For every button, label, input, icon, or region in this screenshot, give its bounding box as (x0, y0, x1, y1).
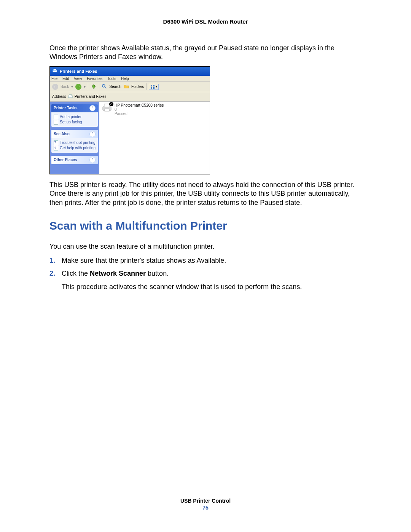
svg-rect-11 (104, 104, 110, 107)
address-value[interactable]: Printers and Faxes (75, 94, 107, 99)
toolbar: ← Back ▾ → ▾ Search Folders (50, 82, 210, 92)
svg-rect-7 (153, 87, 155, 89)
help-icon: ? (54, 141, 58, 145)
steps-list: Make sure that the printer's status show… (49, 256, 362, 291)
panel-header-other-places[interactable]: Other Places ˅ (51, 156, 98, 164)
sidebar: Printer Tasks ˄ Add a printer Set up fax… (50, 102, 99, 174)
menu-tools[interactable]: Tools (107, 77, 116, 81)
page-header-title: D6300 WiFi DSL Modem Router (49, 18, 362, 25)
svg-rect-1 (54, 69, 56, 70)
printer-item-text: HP Photosmart C5200 series 0 Paused (115, 103, 164, 116)
folders-icon[interactable] (124, 84, 129, 90)
printers-list-area: ✓ HP Photosmart C5200 series 0 Paused (99, 102, 210, 174)
window-content: Printer Tasks ˄ Add a printer Set up fax… (50, 102, 210, 174)
menu-help[interactable]: Help (121, 77, 129, 81)
printer-status: Paused (115, 112, 164, 116)
menu-edit[interactable]: Edit (62, 77, 69, 81)
paragraph-scan-intro: You can use the scan feature of a multif… (49, 242, 362, 251)
help-icon: ? (54, 146, 58, 150)
address-folder-icon (68, 94, 73, 99)
menu-file[interactable]: File (51, 77, 57, 81)
link-label: Troubleshoot printing (60, 141, 96, 145)
step-1: Make sure that the printer's status show… (49, 256, 362, 265)
panel-title: Printer Tasks (54, 106, 78, 110)
fax-icon (54, 120, 58, 125)
chevron-up-icon[interactable]: ˄ (89, 105, 96, 111)
toolbar-separator (88, 83, 88, 90)
svg-rect-9 (69, 94, 72, 96)
forward-icon[interactable]: → (75, 84, 81, 90)
svg-rect-5 (153, 85, 155, 86)
step-text-pre: Click the (62, 270, 90, 277)
toolbar-separator (99, 83, 99, 90)
toolbar-separator (146, 83, 147, 90)
footer-section-name: USB Printer Control (0, 498, 411, 504)
svg-point-2 (102, 85, 105, 87)
step-text-post: button. (146, 270, 169, 277)
chevron-up-icon[interactable]: ˄ (89, 131, 96, 137)
document-page: D6300 WiFi DSL Modem Router Once the pri… (0, 0, 411, 532)
printer-list-item[interactable]: ✓ HP Photosmart C5200 series 0 Paused (102, 103, 207, 116)
folders-button-label[interactable]: Folders (131, 85, 144, 89)
section-heading: Scan with a Multifunction Printer (49, 219, 362, 232)
task-label: Add a printer (60, 115, 81, 119)
printer-icon: ✓ (102, 103, 112, 112)
search-icon[interactable] (102, 84, 107, 90)
printer-name: HP Photosmart C5200 series (115, 103, 164, 107)
back-icon[interactable]: ← (52, 84, 58, 90)
panel-body: Add a printer Set up faxing (51, 112, 98, 127)
svg-line-3 (105, 87, 106, 88)
window-title: Printers and Faxes (60, 69, 97, 73)
link-label: Get help with printing (60, 146, 96, 150)
step-text: Make sure that the printer's status show… (62, 257, 226, 264)
back-dropdown-icon[interactable]: ▾ (71, 85, 73, 89)
step-result: This procedure activates the scanner win… (62, 282, 362, 292)
panel-body: ? Troubleshoot printing ? Get help with … (51, 138, 98, 153)
step-2: Click the Network Scanner button. This p… (49, 268, 362, 291)
address-bar: Address Printers and Faxes (50, 92, 210, 102)
panel-other-places: Other Places ˅ (51, 156, 98, 164)
window-titlebar: Printers and Faxes (50, 67, 210, 76)
svg-rect-12 (105, 109, 109, 111)
task-label: Set up faxing (60, 120, 82, 124)
address-label: Address (52, 94, 66, 99)
menu-view[interactable]: View (74, 77, 82, 81)
panel-header-printer-tasks[interactable]: Printer Tasks ˄ (51, 104, 98, 112)
search-button-label[interactable]: Search (109, 85, 121, 89)
step-text-bold: Network Scanner (90, 270, 146, 277)
link-troubleshoot-printing[interactable]: ? Troubleshoot printing (54, 141, 96, 145)
panel-title: See Also (54, 132, 70, 136)
forward-dropdown-icon[interactable]: ▾ (84, 85, 86, 89)
views-icon[interactable]: ▾ (149, 84, 159, 90)
page-footer: USB Printer Control 75 (0, 493, 411, 511)
add-printer-icon (54, 115, 58, 119)
menu-favorites[interactable]: Favorites (87, 77, 102, 81)
footer-page-number: 75 (0, 505, 411, 511)
paragraph-intro: Once the printer shows Available status,… (49, 44, 362, 62)
printer-doc-count: 0 (115, 107, 164, 112)
task-add-printer[interactable]: Add a printer (54, 115, 96, 119)
link-get-help-printing[interactable]: ? Get help with printing (54, 146, 96, 150)
svg-rect-6 (151, 87, 152, 89)
panel-see-also: See Also ˄ ? Troubleshoot printing ? Get… (51, 130, 98, 153)
paragraph-ready: This USB printer is ready. The utility d… (49, 181, 362, 207)
panel-header-see-also[interactable]: See Also ˄ (51, 130, 98, 138)
back-button-label[interactable]: Back (61, 85, 69, 89)
chevron-down-icon[interactable]: ˅ (89, 157, 96, 163)
svg-rect-4 (151, 85, 152, 86)
embedded-screenshot: Printers and Faxes File Edit View Favori… (49, 66, 210, 174)
menu-bar: File Edit View Favorites Tools Help (50, 76, 210, 82)
check-badge-icon: ✓ (109, 102, 113, 106)
printer-folder-icon (52, 68, 57, 74)
window-printers-and-faxes: Printers and Faxes File Edit View Favori… (50, 67, 210, 174)
footer-divider (49, 493, 362, 493)
panel-title: Other Places (54, 158, 77, 162)
panel-printer-tasks: Printer Tasks ˄ Add a printer Set up fax… (51, 104, 98, 127)
task-set-up-faxing[interactable]: Set up faxing (54, 120, 96, 125)
up-icon[interactable] (91, 83, 97, 90)
